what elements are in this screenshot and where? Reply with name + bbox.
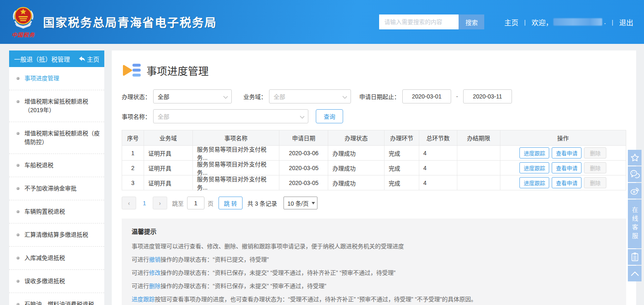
back-arrow-icon xyxy=(79,56,85,62)
chevron-down-icon xyxy=(300,114,305,119)
sidebar-item-label: 入库减免退抵税 xyxy=(24,254,65,262)
track-progress-button[interactable]: 进度跟踪 xyxy=(519,162,549,173)
cell-domain: 证明开具 xyxy=(144,175,192,190)
cell-step: 完成 xyxy=(384,175,419,190)
delete-button: 删除 xyxy=(584,147,606,159)
sidebar-home-link[interactable]: 主页 xyxy=(79,55,99,63)
tips-line-3: 可进行修改操作的办理状态有：“资料已保存，未提交” “受理不通过，待补齐补正” … xyxy=(132,266,616,279)
cell-date: 2020-03-06 xyxy=(279,146,328,160)
jump-button[interactable]: 跳 转 xyxy=(219,197,243,209)
tips-text: 操作的办理状态有：“资料已保存，未提交” “受理不通过，待补齐补正” “预审不通… xyxy=(161,269,396,276)
tips-link[interactable]: 进度跟踪 xyxy=(132,296,155,303)
date-separator: - xyxy=(456,93,458,100)
page-title-row: 事项进度管理 xyxy=(123,62,626,79)
sidebar-item-2[interactable]: 增值税期末留抵税额退税（疫情防控） xyxy=(9,122,104,154)
table-row-2: 2证明开具服务贸易等项目对外支付税务...2020-03-05办理成功完成4进度… xyxy=(122,161,626,175)
cell-step: 完成 xyxy=(384,146,419,160)
cell-status: 办理成功 xyxy=(328,146,384,160)
search-input[interactable] xyxy=(379,14,459,29)
welcome-username-redacted xyxy=(553,18,602,26)
cell-seq: 3 xyxy=(122,175,144,190)
dropdown-arrow-icon xyxy=(312,202,315,204)
sidebar-item-0[interactable]: 事项进度管理 xyxy=(9,67,104,90)
view-application-button[interactable]: 查看申请 xyxy=(552,177,582,188)
nav-logout-link[interactable]: 退出 xyxy=(619,17,633,27)
view-application-button[interactable]: 查看申请 xyxy=(552,162,582,173)
jump-page-input[interactable] xyxy=(187,197,204,209)
cell-item: 服务贸易等项目对外支付税务... xyxy=(192,161,279,175)
back-to-top-button[interactable] xyxy=(628,266,642,281)
chevron-up-icon xyxy=(630,270,639,277)
cell-deadline xyxy=(457,146,500,160)
cell-date: 2020-03-05 xyxy=(279,161,328,175)
online-service-label: 在线客服 xyxy=(630,207,639,241)
item-name-select[interactable]: 全部 xyxy=(153,109,308,123)
search-button[interactable]: 搜索 xyxy=(459,14,484,29)
cell-total: 4 xyxy=(419,146,457,160)
sidebar-item-label: 增值税期末留抵税额退税（疫情防控） xyxy=(24,129,100,146)
current-page-number[interactable]: 1 xyxy=(143,200,146,207)
sidebar-item-7[interactable]: 入库减免退抵税 xyxy=(9,247,104,270)
wechat-share-button[interactable] xyxy=(628,166,642,182)
welcome-suffix: . xyxy=(604,18,606,26)
column-header: 总环节数 xyxy=(419,130,457,145)
date-to-input[interactable] xyxy=(463,89,512,103)
top-nav: 主页 | 欢迎， . | 退出 xyxy=(504,17,633,27)
weibo-share-button[interactable] xyxy=(628,183,642,199)
table-row-3: 3证明开具服务贸易等项目对外支付税务...2020-03-05办理成功完成4进度… xyxy=(122,175,626,190)
column-header: 办理状态 xyxy=(328,130,384,145)
sidebar-item-label: 汇算清缴结算多缴退抵税 xyxy=(24,231,88,239)
tips-text: 可进行 xyxy=(132,269,149,276)
tips-text: 操作的办理状态有：“资料已提交，待受理” xyxy=(161,256,269,263)
survey-button[interactable] xyxy=(628,249,642,265)
page-size-select[interactable]: 10 条/页 xyxy=(284,197,317,209)
star-icon xyxy=(630,153,639,162)
progress-table: 序号业务域事项名称申请日期办理状态办理环节总环节数办结期限操作 1证明开具服务贸… xyxy=(122,130,626,190)
sidebar-item-4[interactable]: 不予加收滞纳金审批 xyxy=(9,177,104,200)
nav-home-link[interactable]: 主页 xyxy=(504,17,518,27)
date-from-input[interactable] xyxy=(402,89,451,103)
online-service-button[interactable]: 在线客服 xyxy=(628,199,642,248)
weibo-icon xyxy=(630,186,640,195)
welcome-text: 欢迎， . xyxy=(531,17,606,27)
column-header: 操作 xyxy=(500,130,626,145)
favorite-button[interactable] xyxy=(628,150,642,166)
tips-panel: 温馨提示 事项进度管理可以进行查看、修改、删除、撤销和跟踪事项申请记录，便于纳税… xyxy=(122,219,626,305)
next-page-button[interactable]: › xyxy=(153,197,167,209)
cell-deadline xyxy=(457,175,500,190)
prev-page-button[interactable]: ‹ xyxy=(122,197,136,209)
date-range-label: 申请日期起止： xyxy=(359,92,400,101)
sidebar: 一般退（抵）税管理 主页 事项进度管理增值税期末留抵税额退税（2019年）增值税… xyxy=(9,50,104,305)
sidebar-item-5[interactable]: 车辆购置税退税 xyxy=(9,200,104,223)
tips-line-2: 可进行撤销操作的办理状态有：“资料已提交，待受理” xyxy=(132,253,616,266)
nav-separator: | xyxy=(612,19,613,26)
sidebar-menu: 事项进度管理增值税期末留抵税额退税（2019年）增值税期末留抵税额退税（疫情防控… xyxy=(9,67,104,305)
total-records-text: 共 3 条记录 xyxy=(248,199,277,207)
bullet-icon xyxy=(17,164,19,167)
nav-separator: | xyxy=(524,19,526,26)
tips-link[interactable]: 删除 xyxy=(149,283,161,289)
pagination: ‹ 1 › 跳至 页 跳 转 共 3 条记录 10 条/页 xyxy=(122,197,626,209)
tips-link[interactable]: 修改 xyxy=(149,269,161,276)
track-progress-button[interactable]: 进度跟踪 xyxy=(519,147,549,159)
sidebar-item-3[interactable]: 车船税退税 xyxy=(9,154,104,177)
sidebar-item-6[interactable]: 汇算清缴结算多缴退抵税 xyxy=(9,223,104,247)
filter-row-2: 事项名称： 全部 查询 xyxy=(122,109,626,123)
welcome-prefix: 欢迎， xyxy=(531,17,553,27)
sidebar-item-label: 误收多缴退抵税 xyxy=(24,277,65,286)
query-button[interactable]: 查询 xyxy=(316,109,343,123)
sidebar-item-label: 车船税退税 xyxy=(24,161,53,170)
domain-select-value: 全部 xyxy=(274,92,285,101)
sidebar-item-9[interactable]: 石脑油、燃料油消费税退税 xyxy=(9,293,104,305)
tips-line-4: 可进行删除操作的办理状态有：“资料已保存，未提交” “预审不通过，待受理” xyxy=(132,279,616,293)
track-progress-button[interactable]: 进度跟踪 xyxy=(519,177,549,188)
floating-toolbar: 在线客服 xyxy=(628,150,642,281)
tips-link[interactable]: 撤销 xyxy=(149,256,161,263)
sidebar-item-label: 车辆购置税退税 xyxy=(24,207,65,216)
tips-line-1: 事项进度管理可以进行查看、修改、删除、撤销和跟踪事项申请记录，便于纳税人跟进税务… xyxy=(132,240,616,253)
status-select[interactable]: 全部 xyxy=(153,89,232,103)
sidebar-item-1[interactable]: 增值税期末留抵税额退税（2019年） xyxy=(9,90,104,122)
view-application-button[interactable]: 查看申请 xyxy=(552,147,582,159)
sidebar-item-8[interactable]: 误收多缴退抵税 xyxy=(9,270,104,293)
domain-select[interactable]: 全部 xyxy=(269,89,351,103)
